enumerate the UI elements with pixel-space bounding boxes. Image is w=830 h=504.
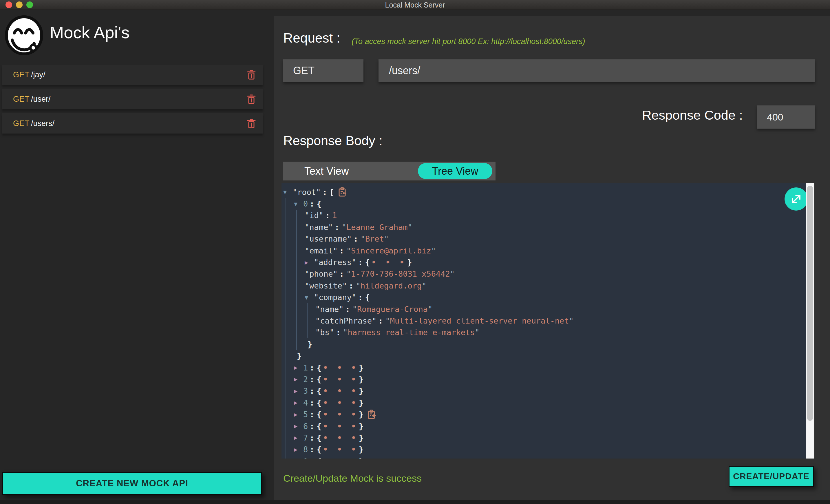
tree-line: ▼0:{ <box>282 198 815 210</box>
tree-line: ▶5:{• • •} <box>282 408 815 420</box>
create-update-button[interactable]: CREATE/UPDATE <box>729 466 814 486</box>
tree-line: "phone":"1-770-736-8031 x56442" <box>282 268 815 280</box>
json-tree: ▼"root":[▼0:{"id":1"name":"Leanne Graham… <box>282 183 815 459</box>
expand-icon <box>790 192 803 206</box>
request-hint: (To acces mock server hit port 8000 Ex: … <box>352 37 585 46</box>
view-toggle: Text View Tree View <box>283 162 496 181</box>
tree-line: "website":"hildegard.org" <box>282 280 815 291</box>
url-input[interactable] <box>379 59 815 82</box>
tree-line: ▶7:{• • •} <box>282 432 815 443</box>
expand-node-icon[interactable]: ▶ <box>294 376 303 383</box>
delete-api-button[interactable] <box>247 118 256 129</box>
expand-node-icon[interactable]: ▶ <box>294 446 303 453</box>
api-method-badge: GET <box>13 70 30 80</box>
delete-api-button[interactable] <box>247 94 256 104</box>
trash-icon <box>247 118 256 129</box>
app-window: Local Mock Server Mock Api's GET/jay/GET… <box>0 0 830 504</box>
sidebar-title: Mock Api's <box>50 23 129 42</box>
collapse-node-icon[interactable]: ▼ <box>305 294 314 301</box>
status-message: Create/Update Mock is success <box>283 473 422 484</box>
expand-node-icon[interactable]: ▶ <box>294 399 303 406</box>
api-list-item[interactable]: GET/jay/ <box>2 65 263 85</box>
copy-icon[interactable] <box>368 410 376 419</box>
tree-line: ▶6:{• • •} <box>282 420 815 432</box>
tree-line: "bs":"harness real-time e-markets" <box>282 327 815 338</box>
collapse-node-icon[interactable]: ▼ <box>294 200 303 208</box>
api-list-item[interactable]: GET/user/ <box>2 89 263 109</box>
expand-node-icon[interactable]: ▶ <box>294 422 303 430</box>
api-method-badge: GET <box>13 95 30 104</box>
tree-line: "name":"Romaguera-Crona" <box>282 303 815 315</box>
request-heading: Request : <box>283 30 340 46</box>
expand-node-icon[interactable]: ▶ <box>294 458 303 459</box>
response-body-heading: Response Body : <box>283 133 383 148</box>
expand-tree-button[interactable] <box>785 187 808 211</box>
response-code-label: Response Code : <box>642 108 743 123</box>
zoom-window-button[interactable] <box>26 1 33 8</box>
tree-indent-guide <box>286 198 286 459</box>
tree-line: ▶"address":{• • •} <box>282 256 815 268</box>
tree-line: ▶3:{• • •} <box>282 385 815 397</box>
tree-line: ▼"company":{ <box>282 292 815 303</box>
request-panel: Request : (To acces mock server hit port… <box>274 16 830 504</box>
tree-line: ▶9:{• • •} <box>282 455 815 459</box>
api-method-badge: GET <box>13 119 30 128</box>
tree-line: ▶8:{• • •} <box>282 444 815 455</box>
tree-line: ▶4:{• • •} <box>282 397 815 408</box>
tree-line: "id":1 <box>282 210 815 221</box>
expand-node-icon[interactable]: ▶ <box>294 387 303 395</box>
expand-node-icon[interactable]: ▶ <box>294 434 303 441</box>
collapse-node-icon[interactable]: ▼ <box>283 189 292 195</box>
trash-icon <box>247 69 256 80</box>
tree-line: ▶2:{• • •} <box>282 373 815 385</box>
method-select[interactable]: GET <box>283 59 363 82</box>
close-window-button[interactable] <box>5 1 12 8</box>
expand-node-icon[interactable]: ▶ <box>294 364 303 371</box>
expand-node-icon[interactable]: ▶ <box>294 411 303 418</box>
trash-icon <box>247 94 256 104</box>
tab-text-view[interactable]: Text View <box>305 162 349 181</box>
tree-indent-guide <box>296 210 297 350</box>
tree-line: } <box>282 350 815 361</box>
tree-line: } <box>282 338 815 350</box>
tree-line: "email":"Sincere@april.biz" <box>282 245 815 256</box>
copy-icon[interactable] <box>338 187 347 197</box>
tree-scrollbar-thumb[interactable] <box>807 186 813 421</box>
api-path: /jay/ <box>31 70 45 80</box>
tree-line: "name":"Leanne Graham" <box>282 221 815 233</box>
tab-tree-view[interactable]: Tree View <box>418 163 492 179</box>
response-code-input[interactable] <box>757 105 815 129</box>
expand-node-icon[interactable]: ▶ <box>305 259 314 266</box>
app-logo-icon <box>5 15 43 56</box>
create-new-mock-api-button[interactable]: CREATE NEW MOCK API <box>2 472 262 495</box>
api-list-item[interactable]: GET/users/ <box>2 113 263 133</box>
tree-line: ▶1:{• • •} <box>282 362 815 373</box>
tree-indent-guide <box>307 303 308 338</box>
window-title: Local Mock Server <box>0 0 830 10</box>
api-path: /users/ <box>31 119 55 128</box>
api-path: /user/ <box>31 95 51 104</box>
tree-line: "catchPhrase":"Multi-layered client-serv… <box>282 315 815 326</box>
minimize-window-button[interactable] <box>16 1 23 8</box>
tree-line: ▼"root":[ <box>282 186 815 198</box>
window-bottom-edge <box>0 500 830 504</box>
window-titlebar: Local Mock Server <box>0 0 830 10</box>
tree-scrollbar[interactable] <box>806 183 815 459</box>
tree-line: "username":"Bret" <box>282 233 815 245</box>
delete-api-button[interactable] <box>247 69 256 80</box>
